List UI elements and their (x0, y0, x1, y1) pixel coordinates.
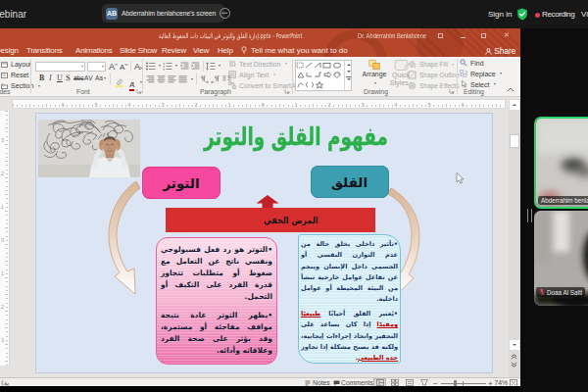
align-right-icon[interactable] (146, 75, 155, 83)
security-shield-icon[interactable] (516, 8, 528, 21)
char-spacing-button[interactable]: AV (84, 74, 93, 81)
zoom-out-button[interactable]: − (433, 379, 438, 386)
rtl-direction-button[interactable] (211, 75, 220, 83)
layout-button[interactable]: Layout (1, 61, 38, 68)
presenter-name: Dr. Abderrahim Benlahcene (358, 32, 426, 39)
share-person-icon (485, 48, 492, 55)
anxiety-text-box[interactable]: •تأثير داخلي يخلق حالة من عدم التوازن ال… (298, 234, 401, 364)
ruler-number: 3 (1, 137, 4, 143)
sign-in-button[interactable]: Sign in (488, 10, 512, 19)
justify-icon[interactable] (178, 75, 187, 83)
replace-icon (460, 70, 467, 77)
ltr-direction-button[interactable] (200, 75, 209, 83)
find-button[interactable]: Find (460, 59, 484, 67)
scroll-down-icon[interactable] (510, 340, 520, 350)
line-spacing-icon[interactable] (206, 62, 216, 71)
collapse-ribbon-icon[interactable] (507, 87, 514, 92)
shrink-font-button[interactable]: A (120, 62, 128, 71)
zoom-in-button[interactable]: + (488, 379, 493, 386)
reading-view-button[interactable] (403, 378, 416, 386)
stressed-man-photo[interactable] (38, 120, 140, 177)
video-tile-active[interactable]: Abderrahim benlahcene (534, 117, 588, 209)
paragraph-group-label: Paragraph (200, 88, 231, 95)
text-shadow-button[interactable]: S (66, 74, 70, 82)
bold-button[interactable]: B (39, 74, 44, 82)
change-case-button[interactable]: Aa (95, 74, 106, 81)
zoom-percent[interactable]: 74% (495, 379, 509, 386)
recording-dot-icon (535, 13, 540, 18)
tab-transitions[interactable]: Transitions (26, 46, 63, 55)
svg-text:A: A (109, 62, 115, 71)
video-tile-muted[interactable]: Doaa Al Salti (534, 211, 588, 306)
slide-scrollbar[interactable] (509, 99, 521, 377)
align-left-icon[interactable] (168, 75, 176, 83)
next-slide-icon[interactable] (510, 360, 520, 369)
shapes-scroll[interactable] (344, 61, 352, 90)
slide-sorter-view-button[interactable] (388, 378, 401, 386)
numbering-icon[interactable] (163, 62, 172, 71)
tab-animations[interactable]: Animations (75, 46, 113, 55)
slides-group-label: Slides (0, 88, 11, 95)
horizontal-ruler[interactable]: 6543210123456 (12, 99, 506, 109)
select-button[interactable]: Select (460, 80, 496, 88)
replace-button[interactable]: Replace (460, 70, 502, 77)
language-indicator: ية) (1, 379, 9, 386)
share-button[interactable]: Share (485, 46, 515, 56)
align-center-icon[interactable] (157, 75, 166, 83)
hidden-disease-box[interactable]: المرض الخفي (166, 208, 375, 232)
stress-label-box[interactable]: التوتر (142, 167, 220, 199)
tab-view[interactable]: View (193, 46, 209, 55)
zoom-slider-thumb[interactable] (454, 380, 457, 387)
stress-paragraph-2: •يظهر التوتر عادة نتيجة مواقف مفاجئة أو … (161, 310, 272, 357)
vertical-ruler[interactable]: 3210123 (0, 111, 10, 366)
curved-arrow-left (109, 181, 140, 294)
reset-button[interactable]: Reset (1, 72, 28, 78)
shapes-gallery[interactable] (295, 60, 352, 91)
paragraph-dialog-launcher-icon[interactable] (284, 88, 290, 94)
tab-review[interactable]: Review (162, 46, 186, 55)
fit-slide-icon[interactable] (510, 379, 517, 386)
scroll-up-icon[interactable] (510, 100, 520, 110)
more-options-icon[interactable]: ••• (220, 8, 230, 19)
grow-font-button[interactable]: A (109, 62, 118, 71)
zoom-slider-track[interactable] (441, 383, 486, 384)
bullets-icon[interactable] (146, 62, 156, 71)
comments-button[interactable]: Comments (341, 379, 373, 386)
close-icon[interactable]: ✕ (504, 31, 510, 39)
text-direction-button[interactable]: Text Direction (228, 60, 287, 68)
increase-indent-icon[interactable] (191, 62, 200, 71)
drawing-dialog-launcher-icon[interactable] (449, 88, 455, 94)
tab-help[interactable]: Help (218, 46, 233, 55)
font-size-combo[interactable] (87, 62, 106, 72)
select-icon (460, 80, 467, 88)
italic-button[interactable]: I (49, 74, 52, 82)
view-button[interactable]: View (581, 10, 588, 19)
minimize-icon[interactable] (461, 37, 466, 38)
strikethrough-button[interactable]: abc (74, 74, 83, 81)
shape-fill-button[interactable]: Shape Fill (408, 60, 454, 69)
stress-text-box[interactable]: •التوتر هو رد فعل فسيولوجي ونفسي ناتج عن… (156, 237, 277, 365)
ribbon-display-options-icon[interactable] (438, 33, 443, 38)
font-name-combo[interactable] (35, 62, 85, 72)
scrollbar-thumb[interactable] (510, 134, 520, 148)
tab-slide-show[interactable]: Slide Show (120, 46, 157, 55)
normal-view-button[interactable] (373, 378, 386, 386)
slide-title[interactable]: مفهوم القلق والتوتر (172, 122, 419, 151)
decrease-indent-icon[interactable] (180, 62, 189, 71)
shared-screen-label: Abderrahim benlahcene's screen (122, 10, 216, 17)
panel-drag-handle[interactable] (527, 209, 532, 222)
maximize-icon[interactable] (481, 33, 486, 38)
tell-me-box[interactable]: Tell me what you want to do (251, 46, 348, 55)
arrange-button[interactable]: Arrange (360, 59, 389, 86)
align-text-button[interactable]: Align Text (228, 71, 275, 78)
slide-canvas[interactable]: مفهوم القلق والتوتر التوتر (36, 114, 492, 372)
slideshow-view-button[interactable] (417, 378, 430, 386)
editing-group-label: Editing (464, 88, 484, 95)
comments-icon (333, 380, 340, 386)
underline-button[interactable]: U (57, 74, 63, 82)
tab-design[interactable]: Design (0, 46, 19, 55)
ruler-number: 0 (1, 237, 4, 243)
anxiety-label-box[interactable]: القلق (311, 166, 389, 198)
notes-button[interactable]: Notes (313, 379, 330, 386)
shared-screen-pill[interactable]: AB Abderrahim benlahcene's screen ••• (102, 4, 224, 23)
